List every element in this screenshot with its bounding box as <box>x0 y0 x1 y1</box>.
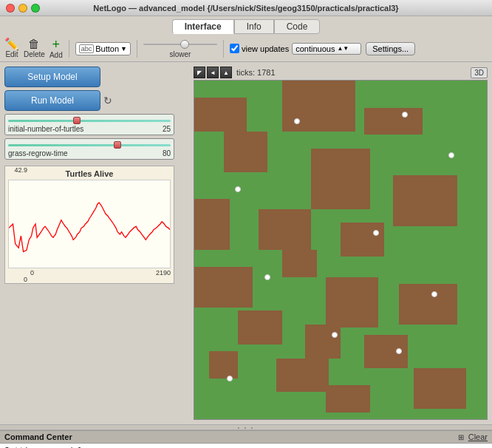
patch-brown <box>194 199 230 250</box>
add-icon: + <box>52 38 61 51</box>
resize-handle[interactable]: • • • <box>0 424 492 430</box>
turtle <box>431 291 437 297</box>
add-tool[interactable]: + Add <box>49 38 63 59</box>
select-arrow-icon: ▲▼ <box>337 45 349 52</box>
command-center-title: Command Center <box>4 432 72 441</box>
chart-x-max: 2190 <box>156 269 171 276</box>
patch-brown <box>238 310 281 345</box>
world-btn-up[interactable]: ▲ <box>220 67 232 78</box>
toolbar: ✏️ Edit 🗑 Delete + Add abc Button ▼ slow… <box>0 35 492 62</box>
toolbar-separator <box>69 40 69 58</box>
patch-brown <box>364 108 423 135</box>
slider-label-1: initial-number-of-turtles <box>8 125 83 133</box>
edit-label: Edit <box>5 50 18 58</box>
patch-brown <box>393 175 457 226</box>
delete-icon: 🗑 <box>28 38 40 50</box>
button-type-label: Button <box>95 44 119 53</box>
chart-title: Turtles Alive <box>8 169 171 178</box>
patch-brown <box>326 385 369 413</box>
turtle <box>264 274 270 280</box>
world-btn-tl[interactable]: ◤ <box>194 67 205 78</box>
setup-model-button[interactable]: Setup Model <box>4 67 100 87</box>
view-updates-checkbox-label[interactable]: view updates <box>230 44 289 53</box>
maximize-button[interactable] <box>31 4 40 13</box>
expand-icon[interactable]: ⊞ <box>458 433 464 441</box>
chart-x-min: 0 <box>30 269 34 276</box>
close-button[interactable] <box>6 4 15 13</box>
minimize-button[interactable] <box>18 4 27 13</box>
patch-brown <box>305 325 341 359</box>
slider-value-1: 25 <box>163 125 171 133</box>
edit-icon: ✏️ <box>4 38 19 50</box>
turtle <box>294 118 300 124</box>
slider-grass-regrow: grass-regrow-time 80 <box>4 138 174 160</box>
turtle <box>402 112 408 118</box>
view-updates-area: view updates continuous ▲▼ <box>230 43 361 55</box>
command-center-controls: ⊞ Clear <box>458 432 488 441</box>
slider-value-2: 80 <box>163 149 171 157</box>
edit-tool[interactable]: ✏️ Edit <box>4 38 19 58</box>
patch-brown <box>282 250 318 277</box>
tab-info[interactable]: Info <box>234 19 274 34</box>
slider-thumb-1[interactable] <box>73 117 81 124</box>
tab-code[interactable]: Code <box>274 19 321 34</box>
slider-track-2[interactable] <box>8 140 171 149</box>
widget-type-dropdown[interactable]: abc Button ▼ <box>75 42 131 55</box>
patch-brown <box>282 81 355 132</box>
toolbar-separator-3 <box>223 40 224 58</box>
main-content: Setup Model Run Model ↻ initial-number-o… <box>0 62 492 424</box>
speed-slider[interactable] <box>143 39 217 50</box>
turtle <box>448 152 454 158</box>
tab-interface[interactable]: Interface <box>172 19 234 34</box>
chart-x-labels: 0 2190 <box>30 269 171 276</box>
speed-label: slower <box>170 50 191 58</box>
continuous-label: continuous <box>295 44 335 53</box>
slider-track-1[interactable] <box>8 116 171 125</box>
world-nav-controls: ◤ ◄ ▲ <box>194 67 232 78</box>
patch-brown <box>276 359 329 393</box>
add-label: Add <box>49 51 63 59</box>
slider-label-2: grass-regrow-time <box>8 149 68 157</box>
speed-thumb <box>180 40 189 49</box>
slider-bg-2 <box>8 144 171 146</box>
run-icon: ↻ <box>103 95 112 106</box>
clear-button[interactable]: Clear <box>468 432 488 441</box>
chart-plot-area <box>8 180 171 268</box>
resize-dots: • • • <box>238 424 255 431</box>
command-center-output: Setting up model.Setting up model. <box>0 444 492 448</box>
slider-thumb-2[interactable] <box>114 141 121 149</box>
patch-brown <box>259 209 311 250</box>
speed-control: slower <box>143 39 217 58</box>
settings-button[interactable]: Settings... <box>366 42 415 55</box>
titlebar: NetLogo — advanced_model {/Users/nick/Si… <box>0 0 492 16</box>
dropdown-arrow-icon: ▼ <box>120 45 127 52</box>
patch-brown <box>224 132 267 172</box>
titlebar-buttons <box>6 4 40 13</box>
patch-brown <box>326 277 378 328</box>
update-mode-select[interactable]: continuous ▲▼ <box>292 43 361 55</box>
patch-brown <box>414 368 466 409</box>
patch-brown <box>194 98 247 132</box>
run-model-button[interactable]: Run Model <box>4 90 100 111</box>
turtle <box>373 230 379 236</box>
world-canvas <box>194 80 488 420</box>
slider-track-row-1 <box>8 116 171 125</box>
turtle <box>235 186 241 192</box>
chart-y-max: 42.9 <box>14 166 27 174</box>
chart-svg <box>9 180 170 268</box>
world-btn-left[interactable]: ◄ <box>207 67 219 78</box>
command-center-header: Command Center ⊞ Clear <box>0 431 492 444</box>
toolbar-separator-2 <box>137 40 137 58</box>
slider-bg-1 <box>8 120 171 122</box>
slider-initial-turtles: initial-number-of-turtles 25 <box>4 114 174 135</box>
world-3d-label[interactable]: 3D <box>471 67 488 78</box>
command-center: Command Center ⊞ Clear Setting up model.… <box>0 430 492 448</box>
ticks-display: ticks: 1781 <box>236 68 276 77</box>
delete-tool[interactable]: 🗑 Delete <box>24 38 45 58</box>
slider-label-row-2: grass-regrow-time 80 <box>8 149 171 157</box>
patch-brown <box>341 223 384 257</box>
turtle <box>227 376 233 381</box>
world-header: ◤ ◄ ▲ ticks: 1781 3D <box>194 67 488 78</box>
view-updates-checkbox[interactable] <box>230 44 239 53</box>
patch-brown <box>399 284 457 325</box>
